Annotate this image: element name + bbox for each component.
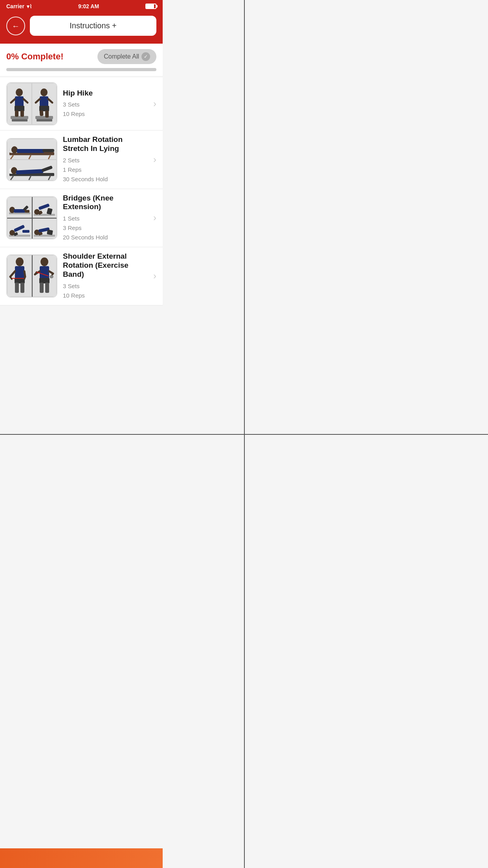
progress-label: 0% Complete!	[6, 51, 63, 62]
exercise-name: Bridges (Knee Extension)	[63, 194, 148, 212]
svg-rect-68	[45, 283, 49, 293]
svg-rect-58	[20, 283, 24, 293]
svg-line-20	[29, 155, 31, 159]
svg-line-29	[48, 176, 50, 180]
back-arrow-icon: ←	[12, 22, 20, 30]
svg-line-19	[11, 155, 13, 159]
header: ← Instructions +	[0, 12, 163, 44]
exercise-item[interactable]: Bridges (Knee Extension) 1 Sets 3 Reps 2…	[0, 189, 163, 248]
exercise-thumbnail	[6, 254, 57, 298]
exercise-hold: 30 Seconds Hold	[63, 175, 148, 184]
exercise-sets: 3 Sets	[63, 100, 148, 109]
exercise-figure-svg	[7, 160, 56, 180]
svg-rect-16	[39, 110, 43, 116]
exercise-info: Bridges (Knee Extension) 1 Sets 3 Reps 2…	[63, 194, 148, 243]
svg-rect-10	[37, 119, 52, 121]
carrier-label: Carrier	[6, 3, 24, 9]
exercise-info: Hip Hike 3 Sets 10 Reps	[63, 89, 148, 119]
status-bar: Carrier ▾⌇ 9:02 AM	[0, 0, 163, 12]
exercise-reps: 1 Reps	[63, 165, 148, 175]
chevron-right-icon: ›	[153, 98, 156, 109]
exercise-figure-svg	[9, 85, 30, 123]
exercise-sets: 3 Sets	[63, 281, 148, 291]
thumb-cell-left	[7, 83, 32, 125]
svg-line-62	[24, 271, 25, 277]
svg-rect-24	[17, 149, 44, 153]
exercise-name: Shoulder External Rotation (Exercise Ban…	[63, 252, 148, 279]
exercise-sets: 2 Sets	[63, 156, 148, 165]
exercise-reps: 3 Reps	[63, 223, 148, 233]
back-button[interactable]: ←	[6, 17, 25, 35]
instructions-button[interactable]: Instructions +	[30, 16, 156, 36]
svg-rect-6	[15, 106, 24, 111]
svg-rect-17	[45, 110, 49, 118]
svg-rect-52	[47, 230, 53, 235]
thumb-cell-bottom	[7, 160, 57, 180]
exercise-info: Shoulder External Rotation (Exercise Ban…	[63, 252, 148, 300]
svg-line-60	[10, 277, 12, 279]
svg-point-64	[40, 257, 48, 266]
svg-rect-66	[39, 278, 50, 283]
complete-all-button[interactable]: Complete All ✓	[97, 49, 156, 64]
exercise-item[interactable]: Shoulder External Rotation (Exercise Ban…	[0, 247, 163, 305]
svg-point-23	[11, 146, 18, 153]
exercise-figure-svg	[8, 197, 31, 218]
svg-rect-56	[15, 278, 25, 283]
svg-rect-8	[20, 110, 24, 117]
exercise-figure-svg	[8, 218, 31, 239]
exercise-reps: 10 Reps	[63, 291, 148, 300]
svg-line-4	[11, 99, 15, 103]
exercise-sets: 1 Sets	[63, 214, 148, 223]
svg-rect-0	[11, 116, 28, 119]
svg-line-14	[48, 99, 52, 103]
svg-line-5	[24, 99, 28, 103]
exercise-reps: 10 Reps	[63, 109, 148, 119]
svg-rect-42	[46, 208, 52, 215]
thumb-cell-top	[7, 139, 57, 160]
svg-line-27	[11, 176, 13, 180]
exercise-item[interactable]: Lumbar Rotation Stretch In Lying 2 Sets …	[0, 131, 163, 189]
svg-rect-57	[15, 283, 19, 293]
thumb-cell-right	[32, 255, 57, 297]
exercise-thumbnail	[6, 138, 57, 181]
svg-point-11	[40, 88, 48, 96]
exercise-hold: 20 Seconds Hold	[63, 233, 148, 242]
svg-point-74	[50, 275, 53, 278]
exercise-thumbnail	[6, 196, 57, 239]
svg-line-13	[36, 99, 40, 103]
exercise-figure-svg	[33, 197, 56, 218]
progress-bar-container	[6, 68, 156, 71]
svg-line-59	[10, 271, 15, 277]
exercise-figure-svg	[33, 218, 56, 239]
exercise-figure-svg	[8, 256, 31, 296]
thumb-cell-tl	[7, 197, 32, 218]
thumb-cell-tr	[32, 197, 57, 218]
exercise-name: Hip Hike	[63, 89, 148, 98]
svg-rect-9	[35, 116, 53, 119]
complete-all-label: Complete All	[104, 53, 139, 60]
exercise-info: Lumbar Rotation Stretch In Lying 2 Sets …	[63, 135, 148, 184]
exercise-item[interactable]: Hip Hike 3 Sets 10 Reps ›	[0, 77, 163, 131]
svg-rect-12	[40, 96, 48, 107]
status-bar-left: Carrier ▾⌇	[6, 3, 32, 9]
progress-section: 0% Complete! Complete All ✓	[0, 44, 163, 76]
chevron-right-icon: ›	[153, 212, 156, 223]
check-circle-icon: ✓	[141, 52, 150, 61]
svg-point-54	[16, 257, 24, 266]
svg-rect-47	[22, 230, 29, 233]
progress-top: 0% Complete! Complete All ✓	[6, 49, 156, 64]
exercise-list: Hip Hike 3 Sets 10 Reps ›	[0, 77, 163, 305]
svg-rect-3	[15, 96, 24, 107]
exercise-figure-svg	[33, 256, 56, 296]
chevron-right-icon: ›	[153, 154, 156, 165]
chevron-right-icon: ›	[153, 270, 156, 281]
exercise-name: Lumbar Rotation Stretch In Lying	[63, 135, 148, 153]
svg-rect-1	[12, 119, 28, 121]
svg-line-28	[29, 176, 31, 180]
svg-line-21	[48, 155, 50, 159]
svg-rect-7	[15, 110, 18, 117]
exercise-thumbnail	[6, 82, 57, 125]
time-label: 9:02 AM	[78, 3, 99, 9]
svg-line-63	[24, 277, 25, 279]
exercise-figure-svg	[7, 139, 56, 159]
